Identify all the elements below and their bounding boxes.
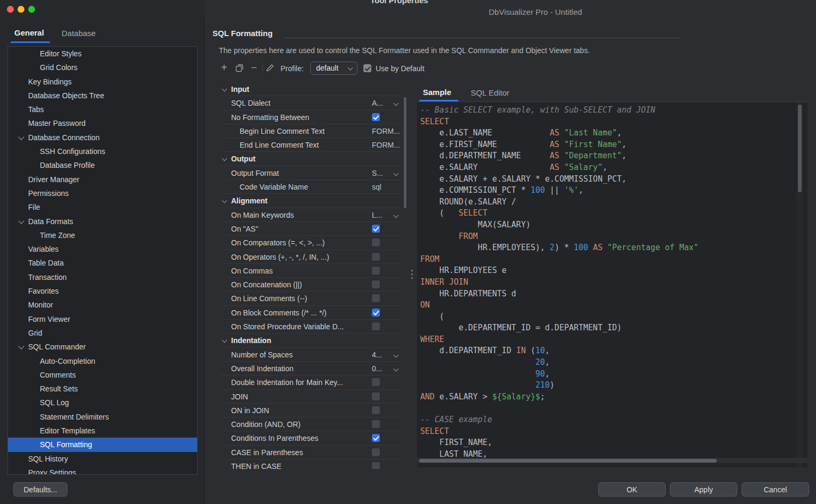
setting-checkbox[interactable] [372,462,380,469]
tree-item-favorites[interactable]: Favorites [8,284,197,298]
defaults-button[interactable]: Defaults... [13,482,67,497]
chevron-down-icon[interactable] [18,344,24,349]
setting-row-end-line-comment-text[interactable]: End Line Comment TextFORM... [220,138,401,152]
tree-item-proxy-settings[interactable]: Proxy Settings [8,466,197,475]
setting-value[interactable]: 0... [372,362,382,375]
tree-item-master-password[interactable]: Master Password [8,116,197,130]
tree-item-driver-manager[interactable]: Driver Manager [8,173,197,186]
setting-row-on-line-comments[interactable]: On Line Comments (--) [220,292,401,305]
chevron-down-icon[interactable] [222,198,227,203]
ok-button[interactable]: OK [598,482,666,497]
tree-item-comments[interactable]: Comments [8,368,197,382]
tree-item-statement-delimiters[interactable]: Statement Delimiters [8,410,197,424]
code-vertical-scrollbar[interactable] [798,105,802,192]
tree-item-sql-log[interactable]: SQL Log [8,396,197,409]
setting-row-number-of-spaces[interactable]: Number of Spaces4... [220,348,401,362]
tree-item-sql-commander[interactable]: SQL Commander [8,340,197,354]
tree-item-grid[interactable]: Grid [8,326,197,340]
tree-item-data-formats[interactable]: Data Formats [8,215,197,228]
setting-row-on-concatenation[interactable]: On Concatenation (||) [220,278,401,292]
add-profile-button[interactable]: + [221,63,227,72]
settings-section-output[interactable]: Output [220,152,401,166]
setting-checkbox[interactable] [372,378,380,386]
chevron-down-icon[interactable] [222,87,227,92]
setting-checkbox[interactable] [372,406,380,414]
tree-item-editor-templates[interactable]: Editor Templates [8,424,197,438]
setting-row-begin-line-comment-text[interactable]: Begin Line Comment TextFORM... [220,124,401,138]
setting-value[interactable]: S... [372,166,383,180]
setting-row-on-main-keywords[interactable]: On Main KeywordsL... [220,208,401,222]
setting-value[interactable]: L... [372,208,382,222]
tree-item-auto-completion[interactable]: Auto-Completion [8,354,197,368]
setting-row-then-in-case[interactable]: THEN in CASE [220,459,401,469]
settings-section-input[interactable]: Input [220,82,401,96]
setting-checkbox[interactable] [372,238,380,246]
tab-database[interactable]: Database [62,29,96,38]
setting-checkbox[interactable] [372,280,380,288]
setting-row-on-stored-procedure-variable-d[interactable]: On Stored Procedure Variable D... [220,320,401,334]
setting-checkbox[interactable] [372,253,380,261]
setting-value[interactable]: FORM... [372,138,400,152]
copy-profile-icon[interactable] [235,64,244,73]
chevron-down-icon[interactable] [18,218,24,224]
tree-item-time-zone[interactable]: Time Zone [8,228,197,242]
setting-row-on-commas[interactable]: On Commas [220,264,401,278]
setting-checkbox[interactable] [372,392,380,400]
tab-general[interactable]: General [14,28,44,37]
setting-row-case-in-parentheses[interactable]: CASE in Parentheses [220,446,401,459]
setting-checkbox[interactable] [372,225,380,233]
setting-row-on-in-join[interactable]: ON in JOIN [220,404,401,417]
setting-value[interactable]: FORM... [372,124,400,138]
tree-item-variables[interactable]: Variables [8,242,197,256]
tab-sql-editor[interactable]: SQL Editor [471,88,509,97]
tree-item-database-connection[interactable]: Database Connection [8,131,197,144]
setting-checkbox[interactable] [372,420,380,428]
settings-section-alignment[interactable]: Alignment [220,194,401,208]
setting-checkbox[interactable] [372,113,380,121]
code-horizontal-scrollbar[interactable] [419,459,717,463]
setting-checkbox[interactable] [372,434,380,442]
setting-checkbox[interactable] [372,448,380,456]
use-by-default-checkbox[interactable] [363,64,371,72]
setting-row-on-block-comments[interactable]: On Block Comments (/* ... */) [220,306,401,320]
chevron-down-icon[interactable] [222,156,227,161]
setting-row-double-indentation-for-main-key[interactable]: Double Indentation for Main Key... [220,375,401,389]
setting-row-code-variable-name[interactable]: Code Variable Namesql [220,180,401,194]
tree-item-sql-formatting[interactable]: SQL Formatting [8,438,197,451]
tree-item-editor-styles[interactable]: Editor Styles [8,47,197,61]
close-button[interactable] [7,6,14,13]
tree-item-ssh-configurations[interactable]: SSH Configurations [8,144,197,158]
cancel-button[interactable]: Cancel [742,482,809,497]
tree-item-file[interactable]: File [8,200,197,214]
tree-item-form-viewer[interactable]: Form Viewer [8,312,197,326]
tree-item-database-profile[interactable]: Database Profile [8,158,197,172]
setting-value[interactable]: sql [372,180,381,194]
chevron-down-icon[interactable] [18,134,24,140]
chevron-down-icon[interactable] [222,338,227,343]
profile-select[interactable]: default [310,62,358,75]
setting-row-on-comparators[interactable]: On Comparators (=, <, >, ...) [220,236,401,250]
tree-item-tabs[interactable]: Tabs [8,102,197,116]
settings-scrollbar[interactable] [404,97,406,208]
setting-row-overall-indentation[interactable]: Overall Indentation0... [220,362,401,375]
tab-sample[interactable]: Sample [423,88,451,97]
apply-button[interactable]: Apply [670,482,737,497]
settings-section-indentation[interactable]: Indentation [220,334,401,347]
setting-row-output-format[interactable]: Output FormatS... [220,166,401,180]
setting-checkbox[interactable] [372,322,380,330]
setting-row-no-formatting-between[interactable]: No Formatting Between [220,110,401,124]
panel-splitter-handle[interactable] [411,268,414,283]
tree-item-result-sets[interactable]: Result Sets [8,382,197,396]
tree-item-sql-history[interactable]: SQL History [8,452,197,466]
tree-item-table-data[interactable]: Table Data [8,256,197,270]
tree-item-transaction[interactable]: Transaction [8,270,197,284]
setting-checkbox[interactable] [372,294,380,302]
remove-profile-button[interactable]: − [251,63,257,72]
edit-profile-icon[interactable] [266,63,274,73]
tree-item-database-objects-tree[interactable]: Database Objects Tree [8,89,197,102]
zoom-button[interactable] [28,6,35,13]
setting-row-on-as[interactable]: On "AS" [220,222,401,236]
tree-item-monitor[interactable]: Monitor [8,298,197,312]
setting-value[interactable]: 4... [372,348,382,362]
setting-row-join[interactable]: JOIN [220,390,401,404]
